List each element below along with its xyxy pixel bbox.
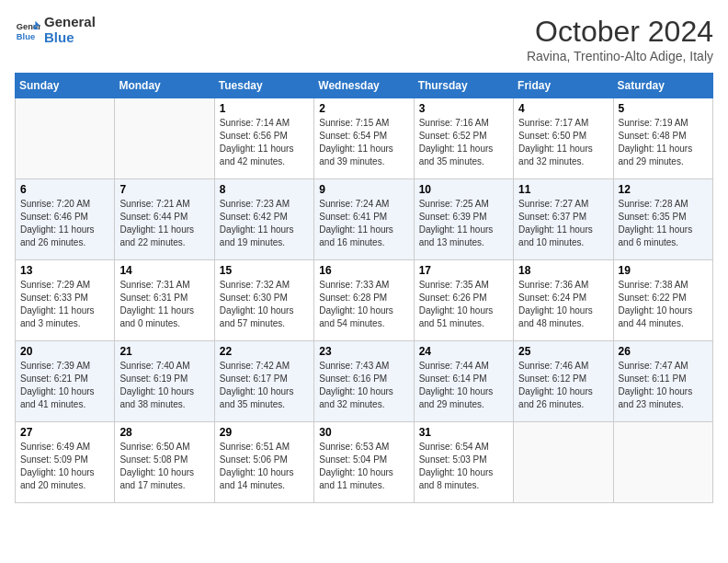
calendar-header-row: Sunday Monday Tuesday Wednesday Thursday… <box>16 74 713 98</box>
calendar-week-row: 6Sunrise: 7:20 AMSunset: 6:46 PMDaylight… <box>16 179 713 260</box>
day-number: 5 <box>619 102 708 115</box>
day-number: 21 <box>119 345 209 358</box>
table-cell <box>115 98 214 179</box>
day-number: 7 <box>119 183 209 196</box>
day-number: 8 <box>220 183 309 196</box>
table-cell: 14Sunrise: 7:31 AMSunset: 6:31 PMDayligh… <box>115 260 214 341</box>
table-cell: 25Sunrise: 7:46 AMSunset: 6:12 PMDayligh… <box>514 341 613 422</box>
day-info: Sunrise: 7:20 AMSunset: 6:46 PMDaylight:… <box>20 198 109 249</box>
header-thursday: Thursday <box>414 74 513 98</box>
table-cell: 29Sunrise: 6:51 AMSunset: 5:06 PMDayligh… <box>214 422 313 503</box>
day-info: Sunrise: 7:28 AMSunset: 6:35 PMDaylight:… <box>619 198 708 249</box>
table-cell: 9Sunrise: 7:24 AMSunset: 6:41 PMDaylight… <box>314 179 414 260</box>
day-number: 20 <box>20 345 109 358</box>
table-cell <box>16 98 115 179</box>
header-sunday: Sunday <box>16 74 115 98</box>
day-info: Sunrise: 7:29 AMSunset: 6:33 PMDaylight:… <box>20 279 109 330</box>
table-cell: 1Sunrise: 7:14 AMSunset: 6:56 PMDaylight… <box>214 98 313 179</box>
table-cell: 4Sunrise: 7:17 AMSunset: 6:50 PMDaylight… <box>514 98 613 179</box>
day-number: 1 <box>220 102 309 115</box>
logo-icon: General Blue <box>15 17 40 43</box>
day-info: Sunrise: 6:49 AMSunset: 5:09 PMDaylight:… <box>20 441 109 492</box>
day-info: Sunrise: 7:25 AMSunset: 6:39 PMDaylight:… <box>419 198 508 249</box>
calendar-week-row: 1Sunrise: 7:14 AMSunset: 6:56 PMDaylight… <box>16 98 713 179</box>
day-info: Sunrise: 7:24 AMSunset: 6:41 PMDaylight:… <box>319 198 408 249</box>
calendar-table: Sunday Monday Tuesday Wednesday Thursday… <box>15 73 713 503</box>
table-cell: 2Sunrise: 7:15 AMSunset: 6:54 PMDaylight… <box>314 98 414 179</box>
day-info: Sunrise: 7:17 AMSunset: 6:50 PMDaylight:… <box>518 117 608 168</box>
table-cell: 30Sunrise: 6:53 AMSunset: 5:04 PMDayligh… <box>314 422 414 503</box>
table-cell: 22Sunrise: 7:42 AMSunset: 6:17 PMDayligh… <box>214 341 313 422</box>
logo: General Blue General Blue <box>15 15 96 45</box>
day-info: Sunrise: 7:47 AMSunset: 6:11 PMDaylight:… <box>619 360 708 411</box>
day-info: Sunrise: 6:50 AMSunset: 5:08 PMDaylight:… <box>119 441 209 492</box>
day-number: 29 <box>220 426 309 439</box>
table-cell: 16Sunrise: 7:33 AMSunset: 6:28 PMDayligh… <box>314 260 414 341</box>
day-info: Sunrise: 7:14 AMSunset: 6:56 PMDaylight:… <box>220 117 309 168</box>
day-number: 17 <box>419 264 508 277</box>
day-info: Sunrise: 7:36 AMSunset: 6:24 PMDaylight:… <box>518 279 608 330</box>
table-cell: 19Sunrise: 7:38 AMSunset: 6:22 PMDayligh… <box>613 260 712 341</box>
location: Ravina, Trentino-Alto Adige, Italy <box>527 49 713 63</box>
day-number: 16 <box>319 264 408 277</box>
calendar-week-row: 27Sunrise: 6:49 AMSunset: 5:09 PMDayligh… <box>16 422 713 503</box>
header-tuesday: Tuesday <box>214 74 313 98</box>
day-number: 6 <box>20 183 109 196</box>
day-number: 3 <box>419 102 508 115</box>
table-cell: 28Sunrise: 6:50 AMSunset: 5:08 PMDayligh… <box>115 422 214 503</box>
table-cell: 24Sunrise: 7:44 AMSunset: 6:14 PMDayligh… <box>414 341 513 422</box>
table-cell: 6Sunrise: 7:20 AMSunset: 6:46 PMDaylight… <box>16 179 115 260</box>
table-cell: 20Sunrise: 7:39 AMSunset: 6:21 PMDayligh… <box>16 341 115 422</box>
calendar-week-row: 20Sunrise: 7:39 AMSunset: 6:21 PMDayligh… <box>16 341 713 422</box>
day-number: 4 <box>518 102 608 115</box>
day-info: Sunrise: 7:21 AMSunset: 6:44 PMDaylight:… <box>119 198 209 249</box>
day-number: 2 <box>319 102 408 115</box>
calendar-week-row: 13Sunrise: 7:29 AMSunset: 6:33 PMDayligh… <box>16 260 713 341</box>
day-number: 27 <box>20 426 109 439</box>
day-info: Sunrise: 6:53 AMSunset: 5:04 PMDaylight:… <box>319 441 408 492</box>
table-cell <box>514 422 613 503</box>
table-cell: 17Sunrise: 7:35 AMSunset: 6:26 PMDayligh… <box>414 260 513 341</box>
day-number: 13 <box>20 264 109 277</box>
day-info: Sunrise: 7:42 AMSunset: 6:17 PMDaylight:… <box>220 360 309 411</box>
day-info: Sunrise: 7:43 AMSunset: 6:16 PMDaylight:… <box>319 360 408 411</box>
day-number: 10 <box>419 183 508 196</box>
day-info: Sunrise: 6:51 AMSunset: 5:06 PMDaylight:… <box>220 441 309 492</box>
table-cell: 13Sunrise: 7:29 AMSunset: 6:33 PMDayligh… <box>16 260 115 341</box>
day-info: Sunrise: 7:15 AMSunset: 6:54 PMDaylight:… <box>319 117 408 168</box>
table-cell: 21Sunrise: 7:40 AMSunset: 6:19 PMDayligh… <box>115 341 214 422</box>
day-info: Sunrise: 7:40 AMSunset: 6:19 PMDaylight:… <box>119 360 209 411</box>
table-cell: 26Sunrise: 7:47 AMSunset: 6:11 PMDayligh… <box>613 341 712 422</box>
table-cell <box>613 422 712 503</box>
table-cell: 23Sunrise: 7:43 AMSunset: 6:16 PMDayligh… <box>314 341 414 422</box>
day-info: Sunrise: 7:38 AMSunset: 6:22 PMDaylight:… <box>619 279 708 330</box>
table-cell: 8Sunrise: 7:23 AMSunset: 6:42 PMDaylight… <box>214 179 313 260</box>
day-number: 28 <box>119 426 209 439</box>
svg-text:Blue: Blue <box>17 32 35 41</box>
day-info: Sunrise: 7:23 AMSunset: 6:42 PMDaylight:… <box>220 198 309 249</box>
table-cell: 10Sunrise: 7:25 AMSunset: 6:39 PMDayligh… <box>414 179 513 260</box>
day-number: 25 <box>518 345 608 358</box>
day-number: 9 <box>319 183 408 196</box>
table-cell: 12Sunrise: 7:28 AMSunset: 6:35 PMDayligh… <box>613 179 712 260</box>
day-info: Sunrise: 7:19 AMSunset: 6:48 PMDaylight:… <box>619 117 708 168</box>
header-saturday: Saturday <box>613 74 712 98</box>
day-info: Sunrise: 7:16 AMSunset: 6:52 PMDaylight:… <box>419 117 508 168</box>
table-cell: 27Sunrise: 6:49 AMSunset: 5:09 PMDayligh… <box>16 422 115 503</box>
header-friday: Friday <box>514 74 613 98</box>
day-info: Sunrise: 7:33 AMSunset: 6:28 PMDaylight:… <box>319 279 408 330</box>
day-info: Sunrise: 7:39 AMSunset: 6:21 PMDaylight:… <box>20 360 109 411</box>
day-info: Sunrise: 7:27 AMSunset: 6:37 PMDaylight:… <box>518 198 608 249</box>
table-cell: 15Sunrise: 7:32 AMSunset: 6:30 PMDayligh… <box>214 260 313 341</box>
day-number: 22 <box>220 345 309 358</box>
day-info: Sunrise: 7:46 AMSunset: 6:12 PMDaylight:… <box>518 360 608 411</box>
day-number: 18 <box>518 264 608 277</box>
table-cell: 5Sunrise: 7:19 AMSunset: 6:48 PMDaylight… <box>613 98 712 179</box>
table-cell: 3Sunrise: 7:16 AMSunset: 6:52 PMDaylight… <box>414 98 513 179</box>
day-info: Sunrise: 6:54 AMSunset: 5:03 PMDaylight:… <box>419 441 508 492</box>
header-wednesday: Wednesday <box>314 74 414 98</box>
day-info: Sunrise: 7:44 AMSunset: 6:14 PMDaylight:… <box>419 360 508 411</box>
page-header: General Blue General Blue October 2024 R… <box>15 15 713 63</box>
day-number: 15 <box>220 264 309 277</box>
day-number: 24 <box>419 345 508 358</box>
